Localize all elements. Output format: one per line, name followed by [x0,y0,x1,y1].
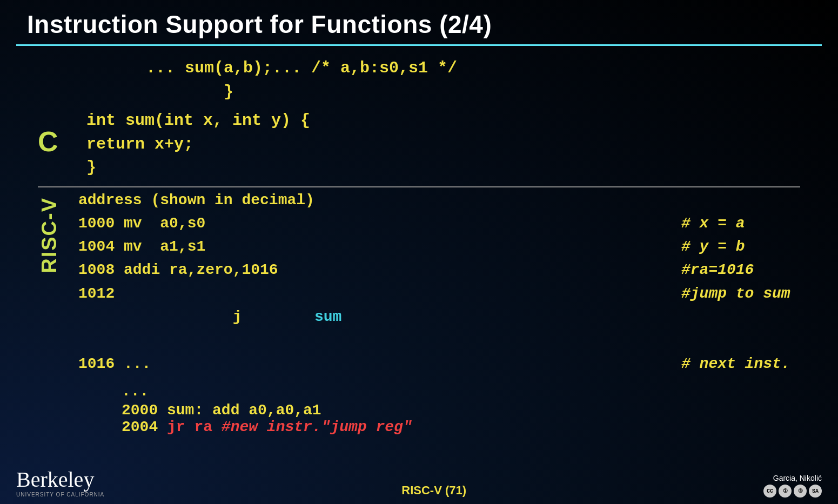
caller-line-2: } [146,80,800,104]
comment-1004: # y = b [660,235,800,258]
instr-pad [341,308,423,325]
instr-1004: mv a1,s1 [124,235,660,258]
cc-icon-sa: SA [809,485,822,498]
sum-section: ... 2000 sum: add a0,a0,a1 2004 jr ra #n… [78,383,800,435]
caller-code: ... sum(a,b);... /* a,b:s0,s1 */ } [146,57,800,104]
comment-1012: #jump to sum [660,282,800,352]
comment-1008: #ra=1016 [660,258,800,281]
c-function-sig: int sum(int x, int y) { [86,109,310,133]
footer: Berkeley UNIVERSITY OF CALIFORNIA RISC-V… [0,469,838,498]
addr-1016: 1016 [78,352,124,375]
jr-comment: #new instr."jump reg" [222,419,412,435]
cc-icons: CC ① ⑤ SA [763,485,822,498]
sum-jr-line: 2004 jr ra #new instr."jump reg" [122,419,800,435]
addr-1008: 1008 [78,258,124,281]
c-section: C int sum(int x, int y) { return x+y; } [38,109,800,180]
addr-1012: 1012 [78,282,124,352]
c-label: C [38,125,70,158]
caller-line-1: ... sum(a,b);... /* a,b:s0,s1 */ [146,57,800,80]
footer-center-label: RISC-V (71) [104,483,763,498]
riscv-section: RISC-V address (shown in decimal) 1000 m… [38,192,800,436]
berkeley-logo: Berkeley UNIVERSITY OF CALIFORNIA [16,469,104,498]
content-area: ... sum(a,b);... /* a,b:s0,s1 */ } C int… [16,46,822,435]
addr-1004: 1004 [78,235,124,258]
jr-instr: jr ra [167,419,222,435]
asm-line-1012: 1012 j sum #jump to sum [78,282,800,352]
sum-add-line: 2000 sum: add a0,a0,a1 [122,402,800,419]
instr-1008: addi ra,zero,1016 [124,258,660,281]
asm-line-1000: 1000 mv a0,s0 # x = a [78,212,800,235]
riscv-label: RISC-V [38,197,68,273]
ellipsis-line: ... [122,383,800,400]
c-close-brace: } [86,156,310,180]
asm-line-1008: 1008 addi ra,zero,1016 #ra=1016 [78,258,800,281]
berkeley-subtitle: UNIVERSITY OF CALIFORNIA [16,492,104,498]
instr-1016: ... [124,352,660,375]
asm-line-1016: 1016 ... # next inst. [78,352,800,375]
instr-1012: j sum [124,282,660,352]
comment-1016: # next inst. [660,352,800,375]
c-code-block: int sum(int x, int y) { return x+y; } [86,109,310,180]
addr-2004: 2004 [122,419,167,435]
instr-j: j [233,308,314,325]
section-separator [38,186,800,187]
footer-right: Garcia, Nikolić CC ① ⑤ SA [763,474,822,498]
berkeley-name: Berkeley [16,469,94,490]
cc-icon-by: ① [779,485,792,498]
addr-1000: 1000 [78,212,124,235]
author-name: Garcia, Nikolić [773,474,822,482]
title-section: Instruction Support for Functions (2/4) [16,0,822,46]
addr-header: address (shown in decimal) [78,192,800,209]
cc-icon-cc: CC [763,485,776,498]
comment-1000: # x = a [660,212,800,235]
cc-icon-nc: ⑤ [794,485,807,498]
risc-v-label: RISC-V (71) [401,483,466,497]
asm-line-1004: 1004 mv a1,s1 # y = b [78,235,800,258]
slide-title: Instruction Support for Functions (2/4) [27,10,492,38]
slide: Instruction Support for Functions (2/4) … [0,0,838,504]
instr-sum: sum [314,308,341,325]
instr-1000: mv a0,s0 [124,212,660,235]
c-return-line: return x+y; [86,133,310,157]
riscv-code-block: address (shown in decimal) 1000 mv a0,s0… [78,192,800,436]
